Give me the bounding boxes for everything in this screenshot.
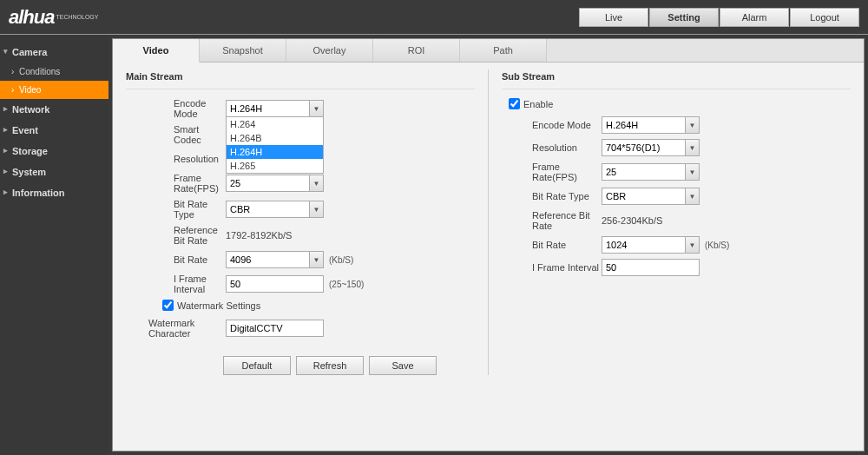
select-sub-bit-rate[interactable]: ▼ <box>602 236 700 254</box>
encode-option-h264b[interactable]: H.264B <box>227 131 323 145</box>
app-header: alhua TECHNOLOGY Live Setting Alarm Logo… <box>0 0 868 35</box>
tab-path[interactable]: Path <box>460 39 547 62</box>
label-iframe: I Frame Interval <box>126 274 226 294</box>
nav-setting-button[interactable]: Setting <box>649 8 719 27</box>
encode-mode-dropdown: H.264 H.264B H.264H H.265 <box>226 116 324 174</box>
label-watermark-char: Watermark Character <box>126 318 226 339</box>
row-sub-iframe: I Frame Interval <box>502 259 851 276</box>
header-nav: Live Setting Alarm Logout <box>579 8 859 27</box>
row-sub-bit-rate-type: Bit Rate Type ▼ <box>502 188 851 205</box>
label-smart-codec: Smart Codec <box>126 124 226 145</box>
sub-bit-rate-unit: (Kb/S) <box>705 241 729 250</box>
sidebar-item-video[interactable]: Video <box>0 81 108 99</box>
sub-resolution-input[interactable] <box>602 139 700 156</box>
row-frame-rate: Frame Rate(FPS) ▼ <box>126 173 475 194</box>
tab-roi[interactable]: ROI <box>373 39 460 62</box>
sidebar-item-storage[interactable]: Storage <box>0 141 108 162</box>
tab-overlay[interactable]: Overlay <box>286 39 373 62</box>
encode-option-h264[interactable]: H.264 <box>227 117 323 131</box>
brand-logo-sub: TECHNOLOGY <box>56 14 98 20</box>
tab-video[interactable]: Video <box>113 39 200 63</box>
sub-bit-rate-type-input[interactable] <box>602 188 700 205</box>
select-frame-rate[interactable]: ▼ <box>226 175 324 192</box>
settings-panel: Video Snapshot Overlay ROI Path Main Str… <box>112 38 865 452</box>
sidebar-item-camera[interactable]: Camera <box>0 42 108 63</box>
nav-alarm-button[interactable]: Alarm <box>720 8 789 27</box>
frame-rate-input[interactable] <box>226 175 324 192</box>
nav-live-button[interactable]: Live <box>579 8 648 27</box>
row-enable: Enable <box>502 98 851 109</box>
enable-checkbox[interactable] <box>509 98 520 109</box>
row-watermark: Watermark Settings <box>126 300 475 311</box>
label-bit-rate-type: Bit Rate Type <box>126 199 226 220</box>
sub-bit-rate-input[interactable] <box>602 236 700 254</box>
main-stream-title: Main Stream <box>126 69 475 89</box>
row-bit-rate-type: Bit Rate Type ▼ <box>126 199 475 220</box>
main-stream-column: Main Stream Encode Mode ▼ H.264 H.264B H… <box>113 69 488 375</box>
label-sub-frame-rate: Frame Rate(FPS) <box>502 162 602 182</box>
sidebar-item-conditions[interactable]: Conditions <box>0 63 108 81</box>
sidebar-item-event[interactable]: Event <box>0 120 108 141</box>
bit-rate-input[interactable] <box>226 251 324 268</box>
row-iframe: I Frame Interval (25~150) <box>126 274 475 294</box>
label-resolution: Resolution <box>126 154 226 164</box>
select-sub-bit-rate-type[interactable]: ▼ <box>602 188 700 205</box>
sidebar-item-network[interactable]: Network <box>0 99 108 120</box>
select-sub-encode-mode[interactable]: ▼ <box>602 116 700 134</box>
row-sub-bit-rate: Bit Rate ▼ (Kb/S) <box>502 236 851 254</box>
tab-bar: Video Snapshot Overlay ROI Path <box>113 39 864 63</box>
iframe-input[interactable] <box>226 275 324 293</box>
sidebar-item-information[interactable]: Information <box>0 182 108 203</box>
row-ref-bit-rate: Reference Bit Rate 1792-8192Kb/S <box>126 225 475 246</box>
select-sub-resolution[interactable]: ▼ <box>602 139 700 156</box>
save-button[interactable]: Save <box>369 356 437 375</box>
iframe-unit: (25~150) <box>329 280 364 289</box>
row-sub-ref-bit-rate: Reference Bit Rate 256-2304Kb/S <box>502 210 851 231</box>
label-bit-rate: Bit Rate <box>126 254 226 265</box>
sub-encode-mode-input[interactable] <box>602 116 700 134</box>
encode-option-h264h[interactable]: H.264H <box>227 145 323 159</box>
row-sub-encode-mode: Encode Mode ▼ <box>502 116 851 134</box>
bit-rate-unit: (Kb/S) <box>329 255 353 265</box>
watermark-checkbox[interactable] <box>162 300 174 311</box>
sidebar-item-system[interactable]: System <box>0 162 108 182</box>
action-buttons: Default Refresh Save <box>126 356 475 375</box>
content-region: Video Snapshot Overlay ROI Path Main Str… <box>108 35 868 455</box>
row-sub-frame-rate: Frame Rate(FPS) ▼ <box>502 162 851 182</box>
refresh-button[interactable]: Refresh <box>296 356 364 375</box>
label-sub-encode-mode: Encode Mode <box>502 120 602 130</box>
label-enable: Enable <box>523 99 553 109</box>
sidebar: Camera Conditions Video Network Event St… <box>0 35 108 455</box>
value-ref-bit-rate: 1792-8192Kb/S <box>226 230 292 241</box>
label-sub-bit-rate-type: Bit Rate Type <box>502 191 602 201</box>
label-sub-iframe: I Frame Interval <box>502 262 602 273</box>
sub-stream-column: Sub Stream Enable Encode Mode ▼ Resolu <box>488 69 864 375</box>
label-watermark: Watermark Settings <box>177 300 260 311</box>
panel-body: Main Stream Encode Mode ▼ H.264 H.264B H… <box>113 63 864 375</box>
label-ref-bit-rate: Reference Bit Rate <box>126 225 226 246</box>
label-sub-bit-rate: Bit Rate <box>502 240 602 250</box>
watermark-char-input[interactable] <box>226 320 324 337</box>
encode-mode-input[interactable] <box>226 100 324 117</box>
sub-frame-rate-input[interactable] <box>602 163 700 181</box>
select-sub-frame-rate[interactable]: ▼ <box>602 163 700 181</box>
default-button[interactable]: Default <box>223 356 291 375</box>
row-bit-rate: Bit Rate ▼ (Kb/S) <box>126 251 475 268</box>
label-sub-resolution: Resolution <box>502 142 602 153</box>
label-frame-rate: Frame Rate(FPS) <box>126 173 226 194</box>
brand-logo: alhua <box>9 6 54 29</box>
label-sub-ref-bit-rate: Reference Bit Rate <box>502 210 602 231</box>
encode-option-h265[interactable]: H.265 <box>227 159 323 173</box>
sub-iframe-input[interactable] <box>602 259 700 276</box>
row-sub-resolution: Resolution ▼ <box>502 139 851 156</box>
bit-rate-type-input[interactable] <box>226 201 324 218</box>
sub-stream-title: Sub Stream <box>502 69 851 89</box>
select-bit-rate[interactable]: ▼ <box>226 251 324 268</box>
select-bit-rate-type[interactable]: ▼ <box>226 201 324 218</box>
tab-snapshot[interactable]: Snapshot <box>200 39 286 62</box>
value-sub-ref-bit-rate: 256-2304Kb/S <box>602 215 662 226</box>
main-area: Camera Conditions Video Network Event St… <box>0 35 868 455</box>
nav-logout-button[interactable]: Logout <box>790 8 859 27</box>
row-encode-mode: Encode Mode ▼ H.264 H.264B H.264H H.265 <box>126 98 475 119</box>
select-encode-mode[interactable]: ▼ H.264 H.264B H.264H H.265 <box>226 100 324 117</box>
